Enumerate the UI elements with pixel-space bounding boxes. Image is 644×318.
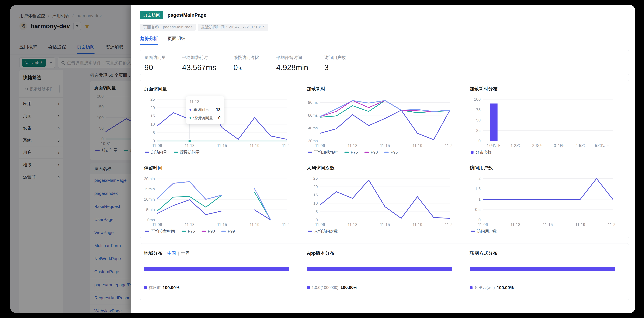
svg-text:5min: 5min [146, 207, 155, 212]
network-type-bar[interactable] [470, 267, 615, 271]
svg-text:75: 75 [476, 107, 480, 112]
svg-text:11-19: 11-19 [250, 143, 260, 148]
svg-text:0: 0 [153, 139, 155, 143]
stay-time-chart[interactable]: 0ms5min10min15min20min11-0611-1311-1511-… [144, 173, 289, 228]
distribution-card: 地域分布 中国 | 世界 杭州市100.00% App版本分布 1.0.0(10… [140, 243, 629, 300]
svg-text:60ms: 60ms [308, 113, 318, 118]
legend-marker-icon [384, 152, 388, 153]
svg-text:10: 10 [150, 122, 155, 126]
legend-marker-icon [308, 231, 312, 232]
svg-text:2-3秒: 2-3秒 [532, 143, 542, 148]
svg-text:20: 20 [150, 105, 155, 110]
tab-page-detail[interactable]: 页面明细 [168, 36, 185, 45]
svg-text:11-15: 11-15 [543, 222, 553, 227]
link-world[interactable]: 世界 [181, 250, 190, 256]
svg-text:25: 25 [313, 176, 318, 180]
dist-title: 地域分布 [144, 250, 162, 256]
visits-per-user-chart[interactable]: 051015202511-0611-1311-1511-1911-22 [307, 173, 452, 228]
legend-marker-icon [471, 231, 475, 232]
stat-visit-users: 访问用户数3 [324, 50, 346, 75]
svg-text:11-22: 11-22 [608, 222, 615, 227]
page-name-chip: 页面名称：pages/MainPage [140, 24, 196, 31]
network-type-distribution: 联网方式分布 阿里云(wifi)100.00% [470, 250, 615, 290]
svg-text:11-15: 11-15 [380, 222, 390, 227]
chart-title: 人均访问次数 [307, 165, 452, 171]
drawer-page-title: pages/MainPage [168, 12, 206, 18]
chart-title: 访问用户数 [470, 165, 615, 171]
svg-text:11-13: 11-13 [185, 143, 194, 148]
app-version-bar[interactable] [307, 267, 452, 271]
chart-legend[interactable]: 分布次数 [471, 150, 615, 155]
legend-item[interactable]: P75 [344, 150, 358, 155]
app-window: 用户体验监控/ 应用列表/ harmony-dev HMOS harmony-d… [10, 5, 636, 313]
page-visit-badge: 页面访问 [140, 11, 163, 19]
visit-users-chart-cell: 访问用户数 00.511.5211-0611-1311-1511-1911-22… [470, 165, 615, 234]
chart-title: 停留时间 [144, 165, 289, 171]
svg-text:20: 20 [313, 184, 318, 189]
series-dot-icon [190, 117, 191, 119]
load-time-chart[interactable]: 20ms40ms60ms80ms11-0611-1311-1511-1911-2… [307, 94, 452, 149]
legend-item[interactable]: P95 [384, 150, 398, 155]
trend-charts-card: 页面访问量 051015202511-0611-1311-1511-1911-2… [140, 80, 629, 238]
page-detail-drawer: 页面访问 pages/MainPage 页面名称：pages/MainPage … [131, 5, 636, 313]
load-time-distribution-chart[interactable]: 02550751001秒以下1-2秒2-3秒3-4秒4-5秒5秒以上 [470, 94, 615, 149]
link-china[interactable]: 中国 [167, 250, 176, 256]
legend-item[interactable]: P75 [182, 229, 195, 233]
legend-item[interactable]: 平均加载耗时 [308, 150, 338, 155]
svg-text:15: 15 [313, 193, 318, 197]
svg-text:20ms: 20ms [308, 139, 318, 143]
svg-text:1: 1 [478, 197, 480, 201]
svg-text:11-19: 11-19 [412, 222, 422, 227]
svg-text:11-22: 11-22 [282, 143, 289, 148]
legend-item[interactable]: 人均访问次数 [308, 229, 338, 234]
modal-dim-overlay[interactable] [10, 5, 131, 313]
svg-text:1-2秒: 1-2秒 [510, 143, 520, 148]
legend-marker-icon [145, 231, 149, 232]
svg-text:11-13: 11-13 [185, 222, 194, 227]
visit-users-chart[interactable]: 00.511.5211-0611-1311-1511-1911-22 [470, 173, 615, 228]
legend-item[interactable]: 总访问量 [145, 150, 167, 155]
stat-avg-stay-time: 平均停留时间4.928min [276, 50, 324, 75]
svg-text:11-19: 11-19 [576, 222, 585, 227]
legend-item[interactable]: 平均停留时间 [145, 229, 175, 234]
legend-item[interactable]: P99 [222, 229, 235, 233]
drawer-tabs: 趋势分析 页面明细 [140, 36, 629, 45]
svg-text:11-06: 11-06 [315, 143, 325, 148]
dist-title: App版本分布 [307, 250, 334, 256]
chart-legend[interactable]: 访问用户数 [471, 229, 615, 234]
chart-legend[interactable]: 平均停留时间P75P90P99 [145, 229, 289, 234]
chart-title: 加载耗时 [307, 86, 452, 92]
legend-item[interactable]: 访问用户数 [471, 229, 497, 234]
load-time-chart-cell: 加载耗时 20ms40ms60ms80ms11-0611-1311-1511-1… [307, 86, 452, 155]
app-version-distribution: App版本分布 1.0.0(1000000)100.00% [307, 250, 452, 290]
drawer-chips: 页面名称：pages/MainPage 最近访问时间：2024-11-22 10… [140, 24, 629, 31]
svg-text:25: 25 [476, 128, 480, 133]
svg-text:0: 0 [478, 139, 480, 143]
stat-slow-visit-ratio: 缓慢访问占比0% [234, 50, 276, 75]
legend-item[interactable]: 缓慢访问量 [174, 150, 200, 155]
legend-square-icon [144, 286, 147, 289]
chart-legend[interactable]: 总访问量缓慢访问量 [145, 150, 289, 155]
svg-text:11-22: 11-22 [445, 222, 452, 227]
legend-item[interactable]: 分布次数 [471, 150, 491, 155]
svg-text:80ms: 80ms [308, 100, 318, 105]
svg-text:11-06: 11-06 [315, 222, 325, 227]
svg-text:0ms: 0ms [147, 218, 155, 222]
region-distribution: 地域分布 中国 | 世界 杭州市100.00% [144, 250, 289, 290]
svg-text:11-15: 11-15 [217, 222, 227, 227]
chart-title: 加载耗时分布 [470, 86, 615, 92]
svg-text:15: 15 [150, 114, 155, 118]
chart-legend[interactable]: 平均加载耗时P75P90P95 [308, 150, 452, 155]
svg-text:11-06: 11-06 [152, 222, 162, 227]
legend-item[interactable]: P90 [202, 229, 215, 233]
last-visit-time-chip: 最近访问时间：2024-11-22 10:18:15 [198, 24, 268, 31]
svg-text:1秒以下: 1秒以下 [487, 143, 501, 148]
legend-marker-icon [344, 152, 349, 153]
region-bar[interactable] [144, 267, 289, 271]
legend-item[interactable]: P90 [364, 150, 378, 155]
svg-text:11-06: 11-06 [478, 222, 488, 227]
tab-trend-analysis[interactable]: 趋势分析 [140, 36, 158, 45]
chart-legend[interactable]: 人均访问次数 [308, 229, 452, 234]
svg-text:11-13: 11-13 [510, 222, 520, 227]
svg-text:11-19: 11-19 [250, 222, 260, 227]
